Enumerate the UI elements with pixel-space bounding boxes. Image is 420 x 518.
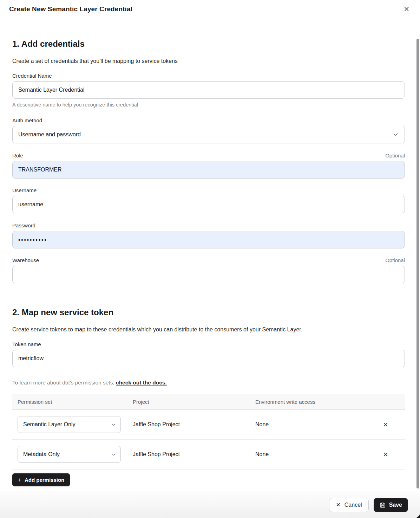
docs-link[interactable]: check out the docs. bbox=[116, 380, 167, 386]
plus-icon: + bbox=[18, 477, 21, 483]
warehouse-label: Warehouse bbox=[12, 257, 39, 263]
auth-method-label: Auth method bbox=[12, 117, 42, 123]
permission-set-select[interactable]: Semantic Layer Only bbox=[18, 416, 121, 433]
role-input[interactable] bbox=[12, 161, 405, 179]
permissions-table: Permission set Project Environment write… bbox=[12, 394, 405, 470]
token-name-label-row: Token name bbox=[12, 341, 405, 347]
cancel-button[interactable]: ✕ Cancel bbox=[329, 498, 368, 512]
chevron-down-icon bbox=[393, 133, 398, 136]
credentials-section-heading: 1. Add credentials bbox=[12, 39, 405, 49]
warehouse-label-row: Warehouse Optional bbox=[12, 257, 405, 263]
credential-name-label-row: Credential Name bbox=[12, 73, 405, 79]
warehouse-optional-badge: Optional bbox=[385, 257, 405, 263]
remove-permission-button[interactable]: ✕ bbox=[381, 450, 391, 459]
permission-set-select[interactable]: Metadata Only bbox=[18, 446, 121, 463]
role-optional-badge: Optional bbox=[385, 153, 405, 158]
x-icon: ✕ bbox=[336, 502, 340, 508]
auth-method-label-row: Auth method bbox=[12, 117, 405, 123]
add-permission-button[interactable]: + Add permission bbox=[12, 473, 70, 486]
chevron-down-icon bbox=[112, 453, 116, 456]
permission-set-value: Metadata Only bbox=[23, 451, 60, 458]
token-name-input[interactable] bbox=[12, 350, 405, 367]
token-section-heading: 2. Map new service token bbox=[12, 307, 405, 317]
username-label-row: Username bbox=[12, 187, 405, 193]
modal-footer: ✕ Cancel Save bbox=[0, 492, 420, 518]
permission-row: Metadata Only Jaffle Shop Project None ✕ bbox=[12, 440, 405, 470]
cancel-label: Cancel bbox=[344, 502, 362, 508]
modal-header: Create New Semantic Layer Credential ✕ bbox=[0, 0, 420, 18]
close-button[interactable]: ✕ bbox=[401, 5, 412, 13]
docs-line: To learn more about dbt's permission set… bbox=[12, 380, 405, 386]
role-label-row: Role Optional bbox=[12, 153, 405, 158]
save-button[interactable]: Save bbox=[374, 498, 408, 512]
warehouse-input[interactable] bbox=[12, 266, 405, 283]
token-section-description: Create service tokens to map to these cr… bbox=[12, 326, 405, 333]
username-label: Username bbox=[12, 187, 37, 193]
credentials-section-description: Create a set of credentials that you'll … bbox=[12, 58, 405, 65]
env-write-access-cell: None bbox=[255, 421, 366, 428]
credential-name-helper: A descriptive name to help you recognize… bbox=[12, 102, 405, 108]
add-permission-label: Add permission bbox=[25, 477, 64, 483]
password-input[interactable] bbox=[12, 231, 405, 248]
save-icon bbox=[380, 502, 386, 508]
auth-method-value: Username and password bbox=[18, 131, 81, 138]
chevron-down-icon bbox=[112, 423, 116, 426]
close-icon: ✕ bbox=[403, 5, 409, 13]
modal-title: Create New Semantic Layer Credential bbox=[9, 5, 132, 13]
permission-row: Semantic Layer Only Jaffle Shop Project … bbox=[12, 410, 405, 440]
env-write-access-cell: None bbox=[255, 451, 366, 458]
x-icon: ✕ bbox=[383, 421, 388, 428]
username-input[interactable] bbox=[12, 196, 405, 213]
scrollbar-thumb[interactable] bbox=[416, 39, 419, 488]
credential-name-input[interactable] bbox=[12, 81, 405, 99]
x-icon: ✕ bbox=[383, 451, 388, 458]
password-label-row: Password bbox=[12, 222, 405, 228]
auth-method-select[interactable]: Username and password bbox=[12, 126, 405, 143]
modal-content: 1. Add credentials Create a set of crede… bbox=[0, 18, 420, 492]
permission-set-value: Semantic Layer Only bbox=[23, 421, 76, 428]
col-project: Project bbox=[133, 399, 255, 405]
col-environment-write-access: Environment write access bbox=[255, 399, 366, 405]
save-label: Save bbox=[389, 502, 402, 508]
credential-name-label: Credential Name bbox=[12, 73, 52, 79]
permissions-table-header: Permission set Project Environment write… bbox=[12, 394, 405, 410]
docs-text: To learn more about dbt's permission set… bbox=[12, 380, 114, 386]
token-name-label: Token name bbox=[12, 341, 41, 347]
project-cell: Jaffle Shop Project bbox=[133, 421, 255, 428]
role-label: Role bbox=[12, 153, 23, 158]
project-cell: Jaffle Shop Project bbox=[133, 451, 255, 458]
col-permission-set: Permission set bbox=[12, 399, 133, 405]
password-label: Password bbox=[12, 222, 35, 228]
create-credential-modal: Create New Semantic Layer Credential ✕ 1… bbox=[0, 0, 420, 518]
remove-permission-button[interactable]: ✕ bbox=[381, 420, 391, 429]
